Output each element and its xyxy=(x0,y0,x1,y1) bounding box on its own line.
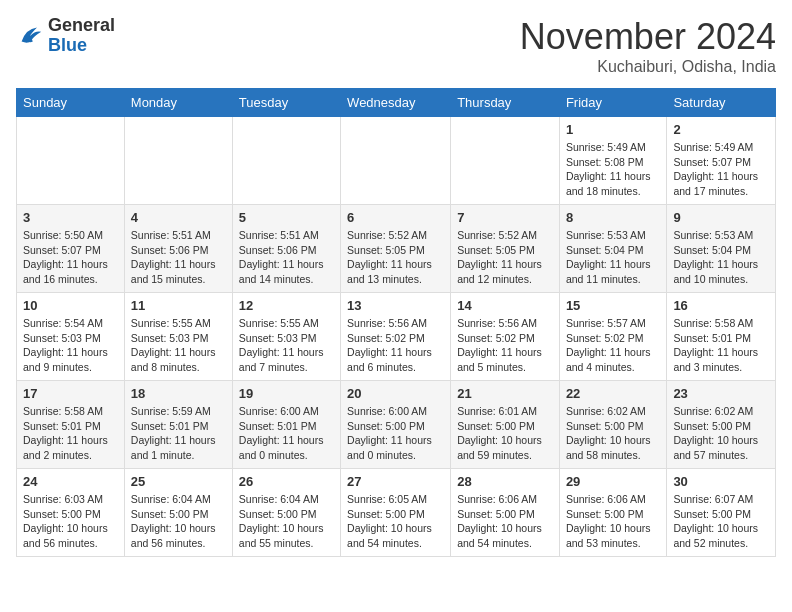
calendar-cell: 3Sunrise: 5:50 AM Sunset: 5:07 PM Daylig… xyxy=(17,205,125,293)
day-info: Sunrise: 5:54 AM Sunset: 5:03 PM Dayligh… xyxy=(23,316,118,375)
calendar-cell: 13Sunrise: 5:56 AM Sunset: 5:02 PM Dayli… xyxy=(341,293,451,381)
day-info: Sunrise: 5:53 AM Sunset: 5:04 PM Dayligh… xyxy=(673,228,769,287)
day-info: Sunrise: 5:51 AM Sunset: 5:06 PM Dayligh… xyxy=(131,228,226,287)
day-info: Sunrise: 5:55 AM Sunset: 5:03 PM Dayligh… xyxy=(239,316,334,375)
calendar-table: SundayMondayTuesdayWednesdayThursdayFrid… xyxy=(16,88,776,557)
logo-general: General xyxy=(48,15,115,35)
page-header: General Blue November 2024 Kuchaiburi, O… xyxy=(16,16,776,76)
day-info: Sunrise: 6:03 AM Sunset: 5:00 PM Dayligh… xyxy=(23,492,118,551)
day-number: 10 xyxy=(23,298,118,313)
day-number: 18 xyxy=(131,386,226,401)
day-number: 8 xyxy=(566,210,661,225)
day-info: Sunrise: 5:59 AM Sunset: 5:01 PM Dayligh… xyxy=(131,404,226,463)
day-info: Sunrise: 5:52 AM Sunset: 5:05 PM Dayligh… xyxy=(347,228,444,287)
day-number: 6 xyxy=(347,210,444,225)
calendar-cell: 1Sunrise: 5:49 AM Sunset: 5:08 PM Daylig… xyxy=(559,117,667,205)
day-number: 4 xyxy=(131,210,226,225)
calendar-cell: 5Sunrise: 5:51 AM Sunset: 5:06 PM Daylig… xyxy=(232,205,340,293)
calendar-cell: 29Sunrise: 6:06 AM Sunset: 5:00 PM Dayli… xyxy=(559,469,667,557)
day-info: Sunrise: 5:52 AM Sunset: 5:05 PM Dayligh… xyxy=(457,228,553,287)
day-info: Sunrise: 5:49 AM Sunset: 5:08 PM Dayligh… xyxy=(566,140,661,199)
calendar-cell: 2Sunrise: 5:49 AM Sunset: 5:07 PM Daylig… xyxy=(667,117,776,205)
calendar-cell: 4Sunrise: 5:51 AM Sunset: 5:06 PM Daylig… xyxy=(124,205,232,293)
day-number: 30 xyxy=(673,474,769,489)
day-info: Sunrise: 6:04 AM Sunset: 5:00 PM Dayligh… xyxy=(239,492,334,551)
day-number: 9 xyxy=(673,210,769,225)
calendar-cell: 14Sunrise: 5:56 AM Sunset: 5:02 PM Dayli… xyxy=(451,293,560,381)
col-header-friday: Friday xyxy=(559,89,667,117)
day-number: 7 xyxy=(457,210,553,225)
day-info: Sunrise: 6:01 AM Sunset: 5:00 PM Dayligh… xyxy=(457,404,553,463)
day-number: 19 xyxy=(239,386,334,401)
day-number: 26 xyxy=(239,474,334,489)
day-info: Sunrise: 6:06 AM Sunset: 5:00 PM Dayligh… xyxy=(566,492,661,551)
calendar-cell: 19Sunrise: 6:00 AM Sunset: 5:01 PM Dayli… xyxy=(232,381,340,469)
col-header-tuesday: Tuesday xyxy=(232,89,340,117)
calendar-cell: 25Sunrise: 6:04 AM Sunset: 5:00 PM Dayli… xyxy=(124,469,232,557)
day-info: Sunrise: 6:02 AM Sunset: 5:00 PM Dayligh… xyxy=(566,404,661,463)
day-number: 1 xyxy=(566,122,661,137)
day-info: Sunrise: 5:55 AM Sunset: 5:03 PM Dayligh… xyxy=(131,316,226,375)
calendar-cell: 26Sunrise: 6:04 AM Sunset: 5:00 PM Dayli… xyxy=(232,469,340,557)
col-header-wednesday: Wednesday xyxy=(341,89,451,117)
week-row-3: 17Sunrise: 5:58 AM Sunset: 5:01 PM Dayli… xyxy=(17,381,776,469)
logo-text: General Blue xyxy=(48,16,115,56)
day-info: Sunrise: 6:05 AM Sunset: 5:00 PM Dayligh… xyxy=(347,492,444,551)
day-info: Sunrise: 5:58 AM Sunset: 5:01 PM Dayligh… xyxy=(673,316,769,375)
calendar-cell: 28Sunrise: 6:06 AM Sunset: 5:00 PM Dayli… xyxy=(451,469,560,557)
title-block: November 2024 Kuchaiburi, Odisha, India xyxy=(520,16,776,76)
logo-bird-icon xyxy=(16,22,44,50)
location: Kuchaiburi, Odisha, India xyxy=(520,58,776,76)
day-header-row: SundayMondayTuesdayWednesdayThursdayFrid… xyxy=(17,89,776,117)
week-row-1: 3Sunrise: 5:50 AM Sunset: 5:07 PM Daylig… xyxy=(17,205,776,293)
day-info: Sunrise: 5:51 AM Sunset: 5:06 PM Dayligh… xyxy=(239,228,334,287)
day-info: Sunrise: 6:00 AM Sunset: 5:00 PM Dayligh… xyxy=(347,404,444,463)
day-number: 15 xyxy=(566,298,661,313)
calendar-cell: 11Sunrise: 5:55 AM Sunset: 5:03 PM Dayli… xyxy=(124,293,232,381)
calendar-cell: 12Sunrise: 5:55 AM Sunset: 5:03 PM Dayli… xyxy=(232,293,340,381)
day-info: Sunrise: 6:04 AM Sunset: 5:00 PM Dayligh… xyxy=(131,492,226,551)
calendar-cell xyxy=(232,117,340,205)
day-number: 28 xyxy=(457,474,553,489)
day-number: 25 xyxy=(131,474,226,489)
col-header-saturday: Saturday xyxy=(667,89,776,117)
day-info: Sunrise: 5:56 AM Sunset: 5:02 PM Dayligh… xyxy=(347,316,444,375)
day-number: 16 xyxy=(673,298,769,313)
calendar-cell xyxy=(451,117,560,205)
calendar-cell: 8Sunrise: 5:53 AM Sunset: 5:04 PM Daylig… xyxy=(559,205,667,293)
calendar-cell xyxy=(17,117,125,205)
day-info: Sunrise: 6:02 AM Sunset: 5:00 PM Dayligh… xyxy=(673,404,769,463)
calendar-cell: 7Sunrise: 5:52 AM Sunset: 5:05 PM Daylig… xyxy=(451,205,560,293)
calendar-cell: 15Sunrise: 5:57 AM Sunset: 5:02 PM Dayli… xyxy=(559,293,667,381)
calendar-cell: 20Sunrise: 6:00 AM Sunset: 5:00 PM Dayli… xyxy=(341,381,451,469)
calendar-cell: 21Sunrise: 6:01 AM Sunset: 5:00 PM Dayli… xyxy=(451,381,560,469)
day-number: 20 xyxy=(347,386,444,401)
day-number: 27 xyxy=(347,474,444,489)
day-info: Sunrise: 5:53 AM Sunset: 5:04 PM Dayligh… xyxy=(566,228,661,287)
day-info: Sunrise: 6:06 AM Sunset: 5:00 PM Dayligh… xyxy=(457,492,553,551)
day-info: Sunrise: 6:07 AM Sunset: 5:00 PM Dayligh… xyxy=(673,492,769,551)
calendar-cell: 30Sunrise: 6:07 AM Sunset: 5:00 PM Dayli… xyxy=(667,469,776,557)
calendar-cell: 23Sunrise: 6:02 AM Sunset: 5:00 PM Dayli… xyxy=(667,381,776,469)
day-number: 14 xyxy=(457,298,553,313)
week-row-4: 24Sunrise: 6:03 AM Sunset: 5:00 PM Dayli… xyxy=(17,469,776,557)
calendar-cell: 18Sunrise: 5:59 AM Sunset: 5:01 PM Dayli… xyxy=(124,381,232,469)
day-number: 12 xyxy=(239,298,334,313)
calendar-cell: 10Sunrise: 5:54 AM Sunset: 5:03 PM Dayli… xyxy=(17,293,125,381)
day-info: Sunrise: 5:56 AM Sunset: 5:02 PM Dayligh… xyxy=(457,316,553,375)
logo-blue: Blue xyxy=(48,35,87,55)
calendar-cell xyxy=(341,117,451,205)
logo: General Blue xyxy=(16,16,115,56)
day-number: 24 xyxy=(23,474,118,489)
calendar-cell: 17Sunrise: 5:58 AM Sunset: 5:01 PM Dayli… xyxy=(17,381,125,469)
day-number: 3 xyxy=(23,210,118,225)
day-number: 17 xyxy=(23,386,118,401)
day-info: Sunrise: 5:57 AM Sunset: 5:02 PM Dayligh… xyxy=(566,316,661,375)
day-info: Sunrise: 5:50 AM Sunset: 5:07 PM Dayligh… xyxy=(23,228,118,287)
calendar-cell: 22Sunrise: 6:02 AM Sunset: 5:00 PM Dayli… xyxy=(559,381,667,469)
day-number: 11 xyxy=(131,298,226,313)
day-number: 2 xyxy=(673,122,769,137)
calendar-cell xyxy=(124,117,232,205)
calendar-cell: 6Sunrise: 5:52 AM Sunset: 5:05 PM Daylig… xyxy=(341,205,451,293)
day-number: 22 xyxy=(566,386,661,401)
